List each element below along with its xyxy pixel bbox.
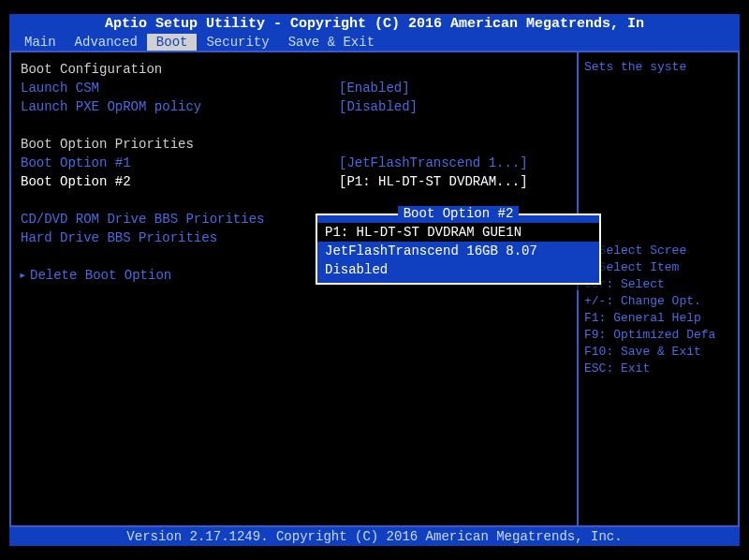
help-line: : Select Item [584,259,732,276]
boot-option-2-label: Boot Option #2 [21,172,339,191]
help-line: : Select Scree [584,243,732,259]
popup-option-jetflash[interactable]: JetFlashTranscend 16GB 8.07 [317,242,599,260]
help-line: F1: General Help [584,310,732,327]
launch-pxe-value: [Disabled] [339,97,418,116]
boot-option-1-row[interactable]: Boot Option #1 [JetFlashTranscend 1...] [21,154,567,172]
context-help-text: Sets the syste [584,60,732,74]
key-help: : Select Scree : Select Item ter: Select… [584,243,732,377]
menu-advanced[interactable]: Advanced [66,34,147,51]
boot-option-2-value: [P1: HL-DT-ST DVDRAM...] [339,172,528,191]
triangle-right-icon: ▸ [19,266,26,285]
help-line: ESC: Exit [584,361,732,377]
help-line: +/-: Change Opt. [584,293,732,310]
help-line: F9: Optimized Defa [584,327,732,344]
boot-option-1-label: Boot Option #1 [21,154,339,172]
boot-option-1-value: [JetFlashTranscend 1...] [339,154,528,172]
launch-csm-row[interactable]: Launch CSM [Enabled] [21,79,567,97]
menu-boot[interactable]: Boot [147,34,198,51]
help-pane: Sets the syste : Select Scree : Select I… [579,52,738,525]
help-line: ter: Select [584,276,732,293]
menu-bar: Main Advanced Boot Security Save & Exit [9,34,740,51]
boot-option-2-row[interactable]: Boot Option #2 [P1: HL-DT-ST DVDRAM...] [21,172,567,191]
menu-save-exit[interactable]: Save & Exit [279,34,384,51]
left-pane: Boot Configuration Launch CSM [Enabled] … [11,52,579,525]
launch-pxe-row[interactable]: Launch PXE OpROM policy [Disabled] [21,97,567,116]
title-bar: Aptio Setup Utility - Copyright (C) 2016… [9,14,740,34]
priorities-heading: Boot Option Priorities [21,135,567,154]
boot-option-2-popup: Boot Option #2 P1: HL-DT-ST DVDRAM GUE1N… [316,214,601,285]
launch-pxe-label: Launch PXE OpROM policy [21,97,339,116]
menu-security[interactable]: Security [197,34,278,51]
boot-config-heading: Boot Configuration [21,60,567,79]
launch-csm-label: Launch CSM [21,79,339,97]
main-area: Boot Configuration Launch CSM [Enabled] … [9,51,740,527]
menu-main[interactable]: Main [15,34,66,51]
footer-bar: Version 2.17.1249. Copyright (C) 2016 Am… [9,527,740,546]
launch-csm-value: [Enabled] [339,79,410,97]
popup-title: Boot Option #2 [317,206,599,221]
help-line: F10: Save & Exit [584,344,732,361]
popup-option-disabled[interactable]: Disabled [317,260,599,279]
popup-option-dvdram[interactable]: P1: HL-DT-ST DVDRAM GUE1N [317,223,599,242]
